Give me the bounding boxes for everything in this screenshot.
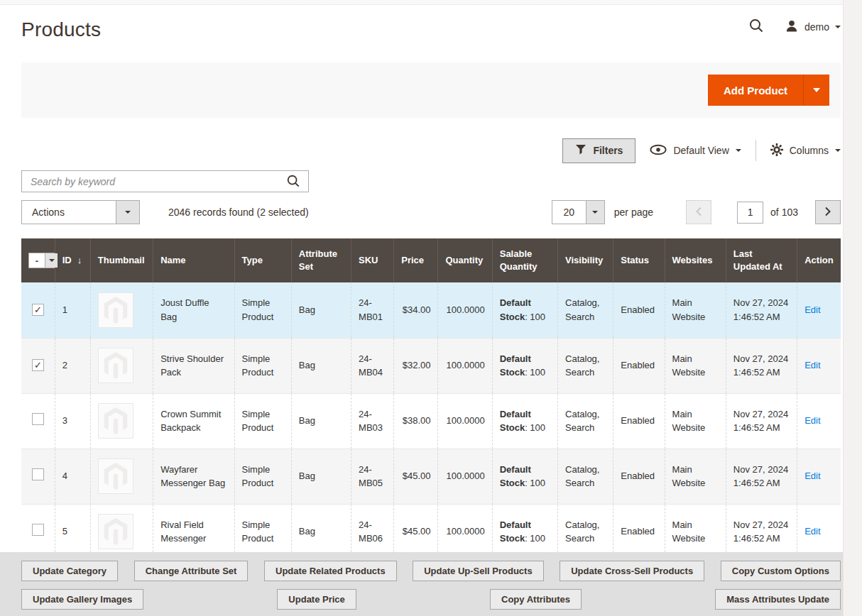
records-summary: 2046 records found (2 selected) — [168, 200, 309, 224]
mass-actions-select[interactable]: Actions — [21, 200, 140, 224]
column-header-sku[interactable]: SKU — [351, 238, 394, 282]
column-header-thumbnail[interactable]: Thumbnail — [90, 238, 153, 282]
page-right-margin — [843, 0, 862, 616]
cell-action: Edit — [797, 282, 841, 338]
row-checkbox[interactable] — [32, 468, 44, 480]
current-page-input[interactable] — [737, 202, 763, 224]
cell-websites: Main Website — [665, 504, 726, 559]
row-checkbox[interactable] — [32, 413, 44, 425]
mass-actions-label: Actions — [22, 201, 116, 224]
columns-caret-icon — [835, 149, 841, 152]
select-all-dropdown[interactable] — [45, 253, 58, 268]
edit-link[interactable]: Edit — [804, 304, 820, 315]
chevron-down-icon — [592, 211, 598, 214]
edit-link[interactable]: Edit — [804, 471, 820, 481]
cell-checkbox — [21, 393, 55, 449]
add-product-button[interactable]: Add Product — [708, 75, 829, 106]
column-header-last-updated-at[interactable]: Last Updated At — [726, 238, 797, 282]
page-size-caret[interactable] — [586, 201, 604, 224]
add-product-dropdown-toggle[interactable] — [803, 75, 829, 106]
sort-desc-icon: ↓ — [77, 255, 82, 265]
grid-controls-row: Actions 2046 records found (2 selected) … — [21, 200, 841, 224]
copy-attributes-button[interactable]: Copy Attributes — [490, 589, 582, 610]
cell-quantity: 100.0000 — [438, 504, 492, 559]
product-thumbnail — [98, 403, 133, 439]
column-header-attribute-set[interactable]: Attribute Set — [291, 238, 351, 282]
previous-page-button[interactable] — [686, 200, 711, 224]
page-size-value: 20 — [552, 201, 586, 224]
cell-attribute-set: Bag — [291, 282, 351, 338]
columns-control[interactable]: Columns — [770, 143, 841, 158]
filters-button[interactable]: Filters — [562, 138, 635, 163]
cell-thumbnail — [90, 338, 153, 393]
cell-sku: 24-MB04 — [351, 338, 394, 393]
table-row[interactable]: ✓1 Joust Duffle BagSimple ProductBag24-M… — [21, 282, 841, 338]
mass-actions-caret[interactable] — [116, 201, 139, 224]
update-up-sell-products-button[interactable]: Update Up-Sell Products — [413, 561, 543, 581]
page-top-strip — [0, 0, 862, 5]
view-switcher[interactable]: Default View — [650, 144, 741, 158]
table-row[interactable]: 3 Crown Summit BackpackSimple ProductBag… — [21, 393, 841, 449]
cell-salable-quantity: Default Stock: 100 — [492, 449, 557, 504]
select-all-control[interactable]: - — [28, 253, 58, 268]
page-header: Products demo — [21, 6, 841, 57]
product-thumbnail — [98, 514, 133, 549]
column-header-visibility[interactable]: Visibility — [558, 238, 613, 282]
cell-last-updated: Nov 27, 2024 1:46:52 AM — [726, 449, 797, 504]
cell-price: $38.00 — [394, 393, 438, 449]
column-header-name[interactable]: Name — [153, 238, 234, 282]
edit-link[interactable]: Edit — [804, 526, 820, 537]
grid-toolbar: Filters Default View Columns — [562, 138, 841, 163]
user-menu[interactable]: demo — [785, 19, 841, 35]
column-header-quantity[interactable]: Quantity — [438, 238, 492, 282]
eye-icon — [650, 144, 667, 158]
update-related-products-button[interactable]: Update Related Products — [264, 561, 397, 581]
cell-price: $32.00 — [394, 338, 438, 393]
update-price-button[interactable]: Update Price — [277, 589, 356, 610]
table-row[interactable]: 5 Rival Field MessengerSimple ProductBag… — [21, 504, 841, 559]
change-attribute-set-button[interactable]: Change Attribute Set — [134, 561, 249, 581]
cell-last-updated: Nov 27, 2024 1:46:52 AM — [726, 338, 797, 393]
column-header-type[interactable]: Type — [234, 238, 291, 282]
column-header-price[interactable]: Price — [394, 238, 438, 282]
update-gallery-images-button[interactable]: Update Gallery Images — [21, 589, 143, 610]
keyword-search-submit[interactable] — [284, 173, 302, 190]
column-header-salable-quantity[interactable]: Salable Quantity — [492, 238, 557, 282]
column-header-status[interactable]: Status — [613, 238, 665, 282]
page-size-select[interactable]: 20 — [552, 200, 605, 224]
cell-last-updated: Nov 27, 2024 1:46:52 AM — [726, 504, 797, 559]
user-icon — [785, 19, 799, 35]
filter-funnel-icon — [575, 144, 587, 157]
copy-custom-options-button[interactable]: Copy Custom Options — [721, 561, 841, 581]
column-header-label: SKU — [359, 255, 378, 265]
select-all-checkbox[interactable]: - — [29, 253, 45, 268]
products-grid: -ID↓ThumbnailNameTypeAttribute SetSKUPri… — [21, 238, 841, 560]
cell-checkbox — [21, 504, 55, 559]
row-checkbox-checked[interactable]: ✓ — [32, 304, 44, 316]
chevron-left-icon — [695, 207, 702, 219]
global-search-button[interactable] — [748, 18, 765, 35]
table-row[interactable]: 4 Wayfarer Messenger BagSimple ProductBa… — [21, 449, 841, 504]
cell-thumbnail — [90, 504, 153, 559]
column-header-websites[interactable]: Websites — [665, 238, 726, 282]
edit-link[interactable]: Edit — [804, 360, 820, 370]
cell-action: Edit — [797, 504, 841, 559]
column-header-label: Last Updated At — [733, 248, 782, 272]
cell-attribute-set: Bag — [291, 393, 351, 449]
column-header-action[interactable]: Action — [797, 238, 841, 282]
cell-sku: 24-MB03 — [351, 393, 394, 449]
cell-type: Simple Product — [234, 504, 291, 559]
edit-link[interactable]: Edit — [804, 415, 820, 426]
column-header-label: Quantity — [445, 255, 483, 265]
mass-attributes-update-button[interactable]: Mass Attributes Update — [715, 589, 841, 610]
row-checkbox[interactable] — [32, 524, 44, 536]
column-header-id[interactable]: ID↓ — [55, 238, 90, 282]
row-checkbox-checked[interactable]: ✓ — [32, 359, 44, 371]
gear-icon — [770, 143, 783, 158]
salable-stock-value: : 100 — [525, 478, 545, 488]
next-page-button[interactable] — [815, 200, 841, 224]
update-category-button[interactable]: Update Category — [21, 561, 118, 581]
keyword-search-input[interactable] — [22, 171, 308, 192]
update-cross-sell-products-button[interactable]: Update Cross-Sell Products — [560, 561, 704, 581]
table-row[interactable]: ✓2 Strive Shoulder PackSimple ProductBag… — [21, 338, 841, 393]
